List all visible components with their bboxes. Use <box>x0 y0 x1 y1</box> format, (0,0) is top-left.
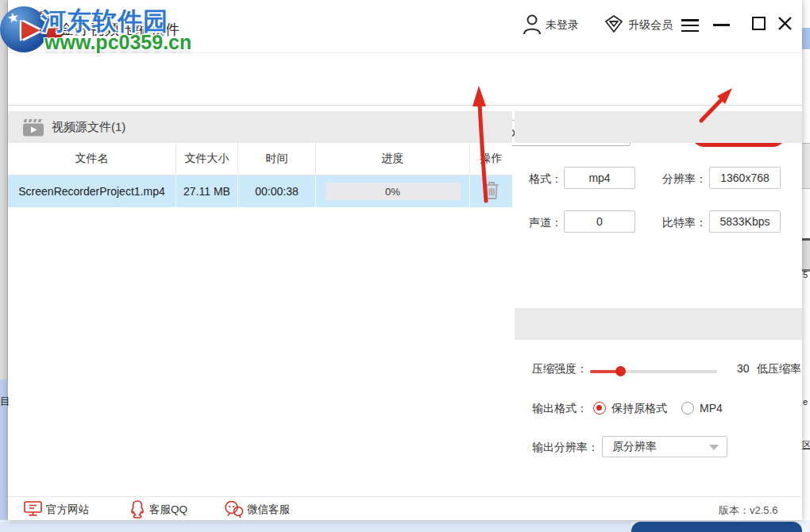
background-right-titleband <box>802 28 810 49</box>
close-icon <box>777 20 793 33</box>
column-header-filesize[interactable]: 文件大小 <box>176 143 238 175</box>
background-fragment: 区 <box>802 439 810 451</box>
website-link[interactable]: 官方网站 <box>46 503 89 517</box>
titlebar: ▶ 金舟视频压缩软件 未登录 升级会员 <box>8 0 802 53</box>
background-right-lines <box>802 238 810 272</box>
row-filesize: 27.11 MB <box>176 175 238 207</box>
output-resolution-label: 输出分辨率： <box>532 441 599 455</box>
output-resolution-value: 原分辨率 <box>612 440 657 454</box>
upgrade-member-button[interactable] <box>604 14 624 37</box>
row-filename: ScreenRecorderProject1.mp4 <box>8 175 176 207</box>
background-fragment: 5 <box>803 270 808 279</box>
toolbar: 添加文件 添加文件夹 清除列表 输出目录： 原文件夹 自定义 开始压缩 <box>8 53 802 106</box>
column-header-actions[interactable]: 操作 <box>470 143 512 175</box>
row-actions-cell <box>470 175 512 207</box>
output-resolution-dropdown[interactable]: 原分辨率 <box>602 436 727 457</box>
diamond-icon <box>604 23 624 37</box>
website-monitor-icon <box>24 501 42 520</box>
channels-label: 声道： <box>524 216 562 230</box>
app-window: ▶ 金舟视频压缩软件 未登录 升级会员 添加文件 <box>8 0 802 520</box>
background-fragment: e <box>803 397 808 407</box>
wechat-service-link[interactable]: 微信客服 <box>247 503 290 517</box>
strength-slider-thumb[interactable] <box>615 366 626 376</box>
strength-desc: 低压缩率 <box>757 362 801 376</box>
strength-value: 30 <box>737 362 750 375</box>
format-label: 格式： <box>524 172 562 187</box>
radio-mp4-label[interactable]: MP4 <box>700 402 723 414</box>
hamburger-icon <box>681 19 699 32</box>
strength-label: 压缩强度： <box>532 362 588 376</box>
wechat-icon <box>224 500 244 522</box>
chevron-down-icon <box>709 445 719 450</box>
version-label: 版本：v2.5.6 <box>719 503 777 518</box>
column-header-duration[interactable]: 时间 <box>238 143 316 175</box>
settings-panel-header: 设置 <box>515 308 802 340</box>
footer: 官方网站 客服QQ 微信客服 版本：v2.5.6 <box>8 496 802 519</box>
table-header: 文件名 文件大小 时间 进度 操作 <box>8 143 512 175</box>
resolution-label: 分辨率： <box>656 172 707 187</box>
output-format-label: 输出格式： <box>532 402 588 416</box>
radio-mp4[interactable] <box>681 402 694 414</box>
table-row[interactable]: ScreenRecorderProject1.mp4 27.11 MB 00:0… <box>8 175 512 207</box>
channels-value: 0 <box>564 210 635 233</box>
login-status-label[interactable]: 未登录 <box>546 18 579 33</box>
qq-service-link[interactable]: 客服QQ <box>149 503 187 517</box>
format-value: mp4 <box>564 167 635 189</box>
row-duration: 00:00:38 <box>238 175 316 207</box>
qq-icon <box>129 499 146 522</box>
progress-bar: 0% <box>326 183 461 200</box>
column-header-filename[interactable]: 文件名 <box>8 143 176 175</box>
minimize-button[interactable] <box>713 24 730 26</box>
row-progress-cell: 0% <box>316 175 470 207</box>
background-fragment: 目 <box>0 395 10 409</box>
delete-trash-icon[interactable] <box>483 180 500 202</box>
column-header-progress[interactable]: 进度 <box>316 143 470 175</box>
background-bottom-light <box>0 522 631 532</box>
user-account-button[interactable] <box>523 13 542 38</box>
source-panel-title: 视频源文件(1) <box>52 120 125 135</box>
bitrate-label: 比特率： <box>656 216 707 230</box>
close-button[interactable] <box>777 16 793 34</box>
maximize-button[interactable] <box>752 17 766 30</box>
app-title: 金舟视频压缩软件 <box>60 20 180 39</box>
background-bottom-blue-shape <box>631 522 802 532</box>
upgrade-member-label[interactable]: 升级会员 <box>628 18 673 33</box>
menu-button[interactable] <box>681 19 699 35</box>
film-icon <box>22 118 44 140</box>
background-right-block <box>802 143 810 189</box>
source-panel-header: 视频源文件(1) <box>8 111 512 143</box>
info-panel-header: 视频信息 <box>515 111 802 143</box>
radio-keep-format[interactable] <box>593 402 606 414</box>
resolution-value: 1360x768 <box>709 167 781 189</box>
user-icon <box>523 24 542 37</box>
radio-keep-format-label[interactable]: 保持原格式 <box>611 402 667 416</box>
bitrate-value: 5833Kbps <box>709 210 781 233</box>
